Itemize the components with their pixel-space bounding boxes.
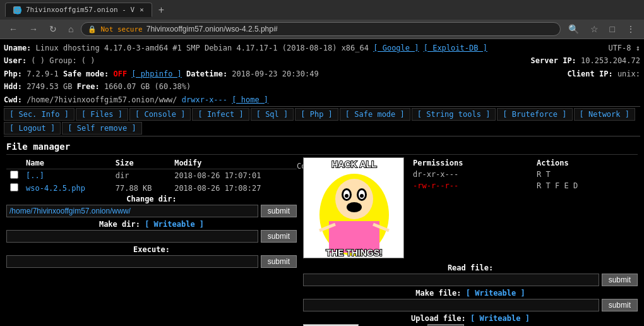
safe-mode-value: OFF [113,69,127,78]
nav-console[interactable]: [ Console ] [129,108,191,121]
page-content: Uname: Linux dhosting 4.17.0-3-amd64 #1 … [0,39,644,326]
new-tab-button[interactable]: + [155,4,168,16]
nav-self-remove[interactable]: [ Self remove ] [62,122,141,135]
action-r-0[interactable]: R [537,170,541,179]
tab-close-button[interactable]: × [140,6,144,14]
make-file-input[interactable] [303,299,599,311]
actions-1: R T F E D [534,180,638,191]
google-link[interactable]: [ Google ] [373,44,419,52]
datetime-value: 2018-09-23 20:30:49 [232,69,318,78]
encoding-icon: ↕ [636,44,640,52]
refresh-button[interactable]: ↻ [45,23,61,35]
change-dir-row: submit [6,205,297,217]
nav-safe-mode[interactable]: [ Safe mode ] [340,108,410,121]
table-row: wso-4.2.5.php 77.88 KB 2018-08-26 17:08:… [6,182,297,195]
meme-image [303,157,404,258]
action-t-1[interactable]: T [546,181,551,190]
actions-0: R T [534,169,638,180]
home-link[interactable]: [ home ] [232,95,268,104]
execute-submit[interactable]: submit [261,255,297,268]
file-list-panel: Name Size Modify [..] dir 2018-08-26 17:… [6,157,297,326]
read-file-label: Read file: [303,263,638,272]
execute-input[interactable] [6,255,258,268]
read-file-row: submit [303,274,638,286]
perms-table: Permissions Actions dr-xr-x--- R T [410,157,638,191]
make-file-submit[interactable]: submit [602,299,638,311]
browser-menu-icon[interactable]: ⋮ [623,23,639,35]
read-file-section: Read file: submit [303,263,638,286]
active-tab[interactable]: 🌐 7hivinxooffgim57.onion - V × [5,3,152,17]
action-e-1[interactable]: E [564,181,569,190]
nav-sql[interactable]: [ Sql ] [251,108,294,121]
action-f-1[interactable]: F [555,181,559,190]
forward-button[interactable]: → [25,23,42,35]
change-dir-input[interactable] [6,205,258,217]
make-dir-input[interactable] [6,230,258,243]
hdd-value: 2749.53 GB [27,82,72,91]
make-dir-submit[interactable]: submit [261,230,297,243]
phpinfo-link[interactable]: [ phpinfo ] [131,69,181,78]
upload-writeable: [ Writeable ] [470,314,530,323]
action-r-1[interactable]: R [537,181,541,190]
nav-files[interactable]: [ Files ] [76,108,128,121]
drwxr-link[interactable]: drwxr-x--- [182,95,227,104]
col-modify: Modify [170,157,297,169]
read-file-submit[interactable]: submit [602,274,638,286]
nav-php[interactable]: [ Php ] [295,108,338,121]
nav-network[interactable]: [ Network ] [574,108,635,121]
file-size-1: 77.88 KB [112,182,170,195]
make-dir-row: submit [6,230,297,243]
not-secure-label: Not secure [100,25,142,33]
row-checkbox-0[interactable] [10,171,18,179]
action-d-1[interactable]: D [573,181,578,190]
cwd-row: Cwd: /home/7hivinxooffgim57.onion/www/ d… [4,94,640,106]
extensions-icon[interactable]: □ [606,23,619,35]
nav-logout[interactable]: [ Logout ] [4,122,61,135]
file-link-1[interactable]: wso-4.2.5.php [26,184,85,193]
encoding-value: UTF-8 [608,44,631,52]
row-checkbox-1[interactable] [10,183,18,191]
php-version: 7.2.9-1 [27,69,59,78]
file-table: Name Size Modify [..] dir 2018-08-26 17:… [6,157,297,195]
cwd-label: Cwd: [4,95,22,104]
action-t-0[interactable]: T [546,170,551,179]
back-button[interactable]: ← [5,23,21,35]
datetime-label: Datetime: [186,69,227,78]
uname-label: Uname: [4,44,31,52]
free-label: Free: [77,82,100,91]
fm-content: Name Size Modify [..] dir 2018-08-26 17:… [6,157,638,326]
change-dir-submit[interactable]: submit [261,205,297,217]
nav-bruteforce[interactable]: [ Bruteforce ] [497,108,572,121]
hdd-row: Hdd: 2749.53 GB Free: 1660.07 GB (60.38%… [4,80,640,93]
php-label: Php: [4,69,22,78]
read-file-input[interactable] [303,274,599,286]
execute-label: Execute: [6,245,297,254]
file-manager: File manager Name Size Modify [4,136,640,326]
perm-0: dr-xr-x--- [410,169,534,180]
url-input[interactable] [146,25,554,33]
make-file-section: Make file: [ Writeable ] submit [303,289,638,311]
make-file-row: submit [303,299,638,311]
file-link-0[interactable]: [..] [26,171,44,180]
table-row: dr-xr-x--- R T [410,169,638,180]
server-ip-label: Server IP: [531,56,576,65]
col-actions: Actions [534,157,638,169]
exploitdb-link[interactable]: [ Exploit-DB ] [424,44,487,52]
nav-infect[interactable]: [ Infect ] [192,108,249,121]
php-row: Php: 7.2.9-1 Safe mode: OFF [ phpinfo ] … [4,68,319,80]
perms-actions: Permissions Actions dr-xr-x--- R T [410,157,638,258]
client-ip-value: unix: [617,69,640,78]
nav-sec-info[interactable]: [ Sec. Info ] [4,108,75,121]
upload-file-label: Upload file: [ Writeable ] [303,314,638,323]
tab-title: 7hivinxooffgim57.onion - V [26,6,134,14]
make-dir-writeable: [ Writeable ] [145,220,204,229]
perm-1: -rw-r--r-- [410,180,534,191]
nav-string-tools[interactable]: [ String tools ] [412,108,496,121]
tab-favicon: 🌐 [13,6,21,14]
bookmark-icon[interactable]: ☆ [587,23,602,35]
home-button[interactable]: ⌂ [64,23,77,35]
left-info: Uname: Linux dhosting 4.17.0-3-amd64 #1 … [4,42,487,54]
col-perms: Permissions [410,157,534,169]
tab-bar: 🌐 7hivinxooffgim57.onion - V × + [0,0,644,20]
search-icon[interactable]: 🔍 [564,23,583,35]
